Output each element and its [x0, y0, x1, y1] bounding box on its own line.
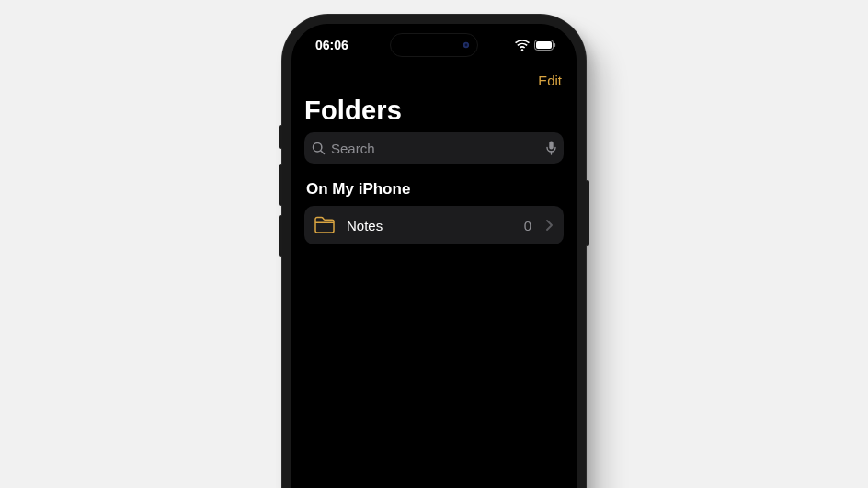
microphone-icon[interactable]	[546, 141, 556, 155]
camera-dot-icon	[463, 41, 470, 49]
folder-row-notes[interactable]: Notes 0	[304, 206, 564, 244]
status-right	[515, 40, 556, 51]
folder-count: 0	[524, 218, 531, 233]
phone-frame: 06:06 Edit Folders	[282, 15, 586, 488]
battery-icon	[534, 40, 556, 51]
folder-label: Notes	[347, 218, 513, 233]
svg-rect-1	[536, 41, 552, 49]
svg-line-6	[321, 150, 325, 153]
volume-down-button	[279, 215, 282, 257]
dynamic-island	[390, 33, 478, 57]
folder-icon	[314, 216, 336, 234]
section-header: On My iPhone	[304, 180, 564, 199]
status-time: 06:06	[315, 38, 348, 52]
screen: 06:06 Edit Folders	[291, 24, 577, 488]
wifi-icon	[515, 40, 530, 51]
svg-rect-2	[554, 43, 556, 47]
content: Edit Folders Search On My iPhone	[291, 66, 577, 244]
page-title: Folders	[304, 96, 564, 126]
search-placeholder: Search	[331, 141, 541, 156]
volume-up-button	[279, 164, 282, 206]
svg-rect-7	[549, 142, 553, 150]
svg-point-4	[465, 44, 468, 47]
folder-list: Notes 0	[304, 206, 564, 244]
chevron-right-icon	[546, 220, 553, 231]
edit-button[interactable]: Edit	[536, 73, 564, 88]
search-field[interactable]: Search	[304, 132, 564, 164]
side-button	[279, 125, 282, 149]
search-icon	[312, 142, 326, 155]
power-button	[586, 180, 589, 246]
nav-bar: Edit	[304, 66, 564, 94]
